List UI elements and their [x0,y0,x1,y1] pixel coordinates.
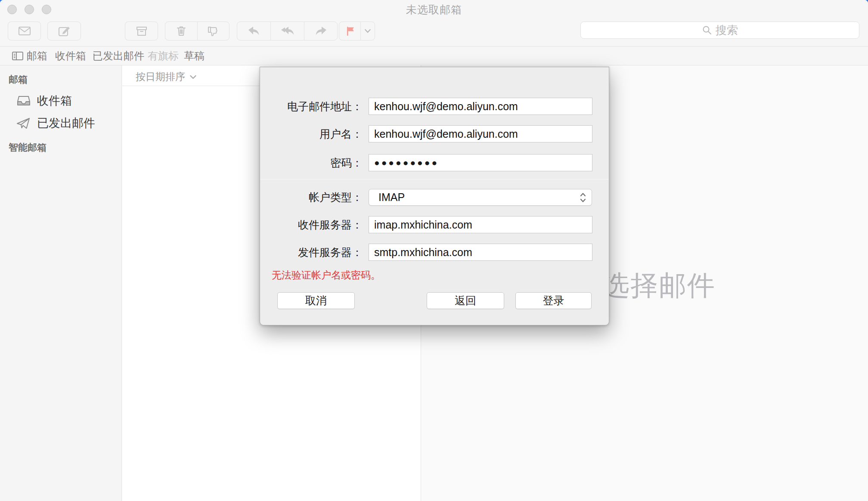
inbox-icon [16,94,31,107]
envelope-icon [17,25,32,37]
outgoing-server-field[interactable] [369,244,592,261]
archive-button[interactable] [125,22,158,40]
search-input[interactable]: 搜索 [580,22,859,39]
thumbs-down-icon [207,25,220,37]
reply-icon [247,25,261,37]
account-type-value: IMAP [378,191,405,204]
favbar-item-mailboxes[interactable]: 邮箱 [27,46,47,65]
incoming-server-field[interactable] [369,216,592,233]
reply-all-icon [280,25,295,37]
trash-icon [175,25,188,37]
sidebar-item-label: 已发出邮件 [37,115,95,131]
outgoing-server-label: 发件服务器： [260,244,363,261]
mailbox-panel-icon [12,51,24,61]
titlebar: 未选取邮箱 [0,0,868,46]
back-button[interactable]: 返回 [427,292,504,309]
password-label: 密码： [260,154,363,171]
forward-button[interactable] [304,22,337,40]
sidebar-item-inbox[interactable]: 收件箱 [0,91,122,110]
username-label: 用户名： [260,125,363,142]
cancel-button[interactable]: 取消 [277,292,355,309]
sidebar-section-mailboxes: 邮箱 [9,73,28,86]
flag-button[interactable] [339,22,360,40]
error-message: 无法验证帐户名或密码。 [272,269,381,282]
favbar-item-sent[interactable]: 已发出邮件 [93,46,144,65]
chevron-down-icon [189,74,197,80]
paper-plane-icon [16,117,31,130]
sidebar-section-smart: 智能邮箱 [9,141,46,154]
email-address-field[interactable] [369,98,592,115]
sort-by-date-control[interactable]: 按日期排序 [136,70,197,84]
username-field[interactable] [369,125,592,142]
flag-menu-button[interactable] [360,22,375,40]
chevron-down-icon [364,28,371,34]
reply-group [237,22,338,40]
up-down-chevrons-icon [580,192,586,203]
search-placeholder: 搜索 [716,23,738,38]
compose-icon [58,25,71,37]
mail-window: 未选取邮箱 [0,0,868,501]
junk-button[interactable] [197,22,229,40]
login-button[interactable]: 登录 [515,292,592,309]
mailboxes-toggle[interactable] [12,46,24,65]
account-type-label: 帐户类型： [260,189,363,206]
password-field[interactable] [369,154,592,171]
favbar-item-inbox[interactable]: 收件箱 [55,46,86,65]
compose-button[interactable] [47,22,81,40]
sidebar-item-sent[interactable]: 已发出邮件 [0,114,122,133]
sidebar-item-label: 收件箱 [37,93,72,108]
window-title: 未选取邮箱 [0,3,868,17]
get-mail-button[interactable] [8,22,41,40]
mailbox-sidebar: 邮箱 收件箱 已发出邮件 智能邮箱 [0,65,122,501]
search-icon [702,25,712,35]
dialog-divider [260,179,609,179]
flag-icon [344,25,355,37]
desktop: 未选取邮箱 [0,0,868,501]
trash-junk-group [165,22,229,40]
email-address-label: 电子邮件地址： [260,98,363,115]
favbar-item-flagged[interactable]: 有旗标 [148,46,179,65]
sort-label: 按日期排序 [136,70,185,84]
account-setup-dialog: 电子邮件地址： 用户名： 密码： 帐户类型： IMAP 收件服务器： 发件服务器… [260,67,609,325]
reply-all-button[interactable] [270,22,304,40]
favorites-bar: 邮箱 收件箱 已发出邮件 有旗标 草稿 [0,46,868,65]
account-type-select[interactable]: IMAP [369,189,592,206]
flag-group [339,22,375,40]
trash-button[interactable] [165,22,197,40]
incoming-server-label: 收件服务器： [260,216,363,233]
reply-button[interactable] [237,22,270,40]
archive-icon [135,25,149,37]
favbar-item-drafts[interactable]: 草稿 [184,46,205,65]
forward-icon [314,25,328,37]
